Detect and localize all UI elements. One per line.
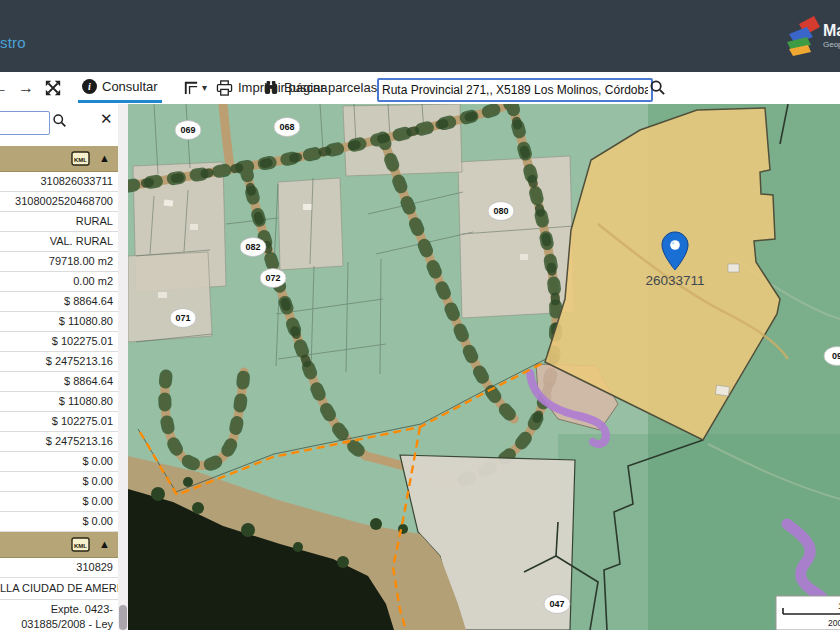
parcel-attributes-table: KML ▲ 310826033711 3108002520468700 RURA… (0, 146, 118, 630)
map-toolbar: ← → i Consultar ▾ Impri (0, 72, 840, 105)
attribute-value: $ 102275.01 (0, 412, 118, 432)
kml-icon[interactable]: KML (71, 151, 90, 166)
geoportal-window: { "header": { "brand_partial": "stro", "… (0, 0, 840, 630)
attribute-value: $ 11080.80 (0, 312, 118, 332)
svg-text:069: 069 (180, 125, 195, 135)
results-sidebar: ✕ KML ▲ 310826033711 3108002520468700 RU… (0, 104, 128, 630)
tab-consultar[interactable]: i Consultar (78, 72, 162, 103)
svg-text:071: 071 (175, 313, 190, 323)
attribute-value: RURAL (0, 212, 118, 232)
sidebar-scrollbar-track (118, 104, 128, 630)
attribute-value: $ 2475213.16 (0, 432, 118, 452)
search-submit-button[interactable] (649, 79, 666, 100)
chevron-down-icon: ▾ (202, 82, 207, 93)
svg-text:072: 072 (265, 273, 280, 283)
parcel-search-input[interactable] (377, 78, 653, 102)
magnifier-icon (52, 113, 67, 128)
magnifier-icon (649, 79, 666, 96)
logo-subtitle: Geop (823, 40, 840, 49)
attribute-value: $ 0.00 (0, 492, 118, 512)
back-button[interactable]: ← (0, 72, 8, 103)
logo-title: Ma (823, 22, 840, 40)
close-icon[interactable]: ✕ (100, 110, 113, 128)
svg-text:082: 082 (245, 242, 260, 252)
measure-corner-icon (182, 79, 199, 96)
attribute-value: $ 8864.64 (0, 292, 118, 312)
svg-text:09: 09 (832, 351, 840, 361)
pin-parcel-id: 26033711 (645, 273, 704, 288)
scale-bar: 10 200 f (776, 596, 840, 630)
attribute-value: 0.00 m2 (0, 272, 118, 292)
geoportal-logo[interactable]: Ma Geop (783, 12, 840, 62)
sidebar-scrollbar-thumb[interactable] (119, 605, 127, 630)
brand-text-partial[interactable]: stro (0, 34, 26, 51)
printer-icon (216, 80, 233, 96)
buscar-label: Buscar parcelas (284, 80, 377, 95)
svg-text:080: 080 (493, 206, 508, 216)
attribute-value: 79718.00 m2 (0, 252, 118, 272)
parcel-section-header-2[interactable]: KML ▲ (0, 532, 118, 558)
forward-button[interactable]: → (18, 72, 34, 103)
attribute-value: 310826033711 (0, 172, 118, 192)
top-header-bar: stro Ma Geop (0, 0, 840, 72)
attribute-value: LLA CIUDAD DE AMERICA (0, 578, 118, 600)
attribute-value: 3108002520468700 (0, 192, 118, 212)
kml-icon[interactable]: KML (71, 537, 90, 552)
info-icon: i (82, 79, 97, 94)
attribute-value: 310829 (0, 558, 118, 578)
attribute-value: VAL. RURAL (0, 232, 118, 252)
measure-tool-button[interactable]: ▾ (182, 72, 207, 103)
svg-text:KML: KML (74, 157, 87, 163)
attribute-value: $ 102275.01 (0, 332, 118, 352)
attribute-value: $ 0.00 (0, 512, 118, 532)
sidebar-search-button[interactable] (52, 113, 67, 132)
layers-logo-icon (783, 14, 821, 60)
attribute-value: $ 0.00 (0, 472, 118, 492)
expand-arrows-icon (44, 79, 62, 97)
svg-text:068: 068 (279, 122, 294, 132)
attribute-value: $ 2475213.16 (0, 352, 118, 372)
consultar-label: Consultar (102, 79, 158, 94)
binoculars-icon (263, 80, 279, 95)
svg-text:200 f: 200 f (828, 618, 840, 628)
fullscreen-button[interactable] (44, 72, 62, 103)
collapse-arrow-icon[interactable]: ▲ (99, 153, 110, 164)
map-canvas[interactable]: 069 068 080 082 072 071 047 09 26033711 (128, 104, 840, 630)
collapse-arrow-icon[interactable]: ▲ (99, 539, 110, 550)
svg-text:047: 047 (549, 599, 564, 609)
sidebar-search-input[interactable] (0, 111, 50, 135)
search-parcels-group[interactable]: Buscar parcelas (263, 72, 377, 103)
attribute-value: $ 0.00 (0, 452, 118, 472)
attribute-value: $ 11080.80 (0, 392, 118, 412)
parcel-section-header-1[interactable]: KML ▲ (0, 146, 118, 172)
attribute-value: $ 8864.64 (0, 372, 118, 392)
attribute-value: Expte. 0423-031885/2008 - Ley 9639/2009 (0, 600, 118, 630)
svg-text:KML: KML (74, 543, 87, 549)
